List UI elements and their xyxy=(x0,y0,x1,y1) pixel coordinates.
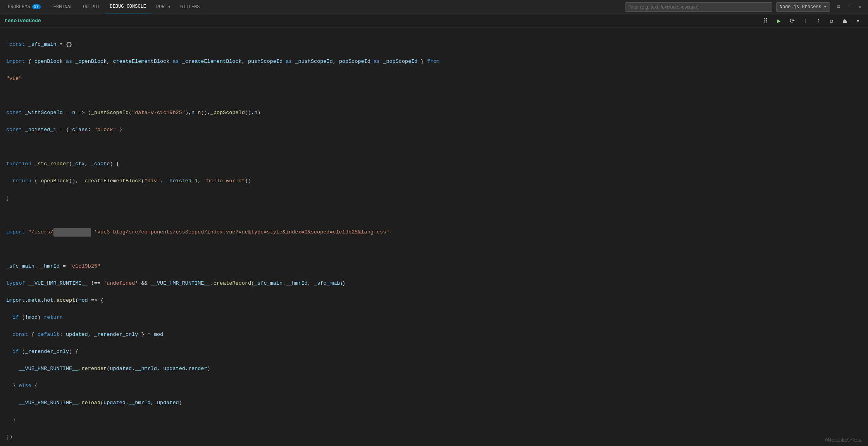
close-panel-icon[interactable]: ✕ xyxy=(856,2,865,12)
filter-input-wrap xyxy=(625,2,772,12)
resolved-label: resolvedCode xyxy=(5,18,41,24)
debug-toolbar: resolvedCode ⠿ ▶ ⟳ ↓ ↑ ↺ ⏏ ▾ xyxy=(0,14,868,28)
tab-gitlens[interactable]: GITLENS xyxy=(176,0,204,14)
tab-problems[interactable]: PROBLEMS 57 xyxy=(3,0,45,14)
tab-icons: ≡ ⌃ ✕ xyxy=(834,2,865,12)
tab-gitlens-label: GITLENS xyxy=(180,4,200,10)
step-into-btn[interactable]: ↓ xyxy=(800,16,811,26)
code-line-4: const _withScopeId = n => (_pushScopeId(… xyxy=(6,109,862,117)
code-line-15: if (_rerender_only) { xyxy=(6,347,862,356)
tab-ports-label: PORTS xyxy=(156,4,170,10)
step-out-btn[interactable]: ↑ xyxy=(813,16,824,26)
more-actions-btn[interactable]: ▾ xyxy=(852,16,863,26)
code-line-13: if (!mod) return xyxy=(6,313,862,322)
chevron-down-icon: ▾ xyxy=(824,4,827,10)
tab-bar: PROBLEMS 57 TERMINAL OUTPUT DEBUG CONSOL… xyxy=(0,0,868,14)
code-line-empty-4 xyxy=(6,245,862,254)
code-line-19: } xyxy=(6,416,862,424)
code-line-17: } else { xyxy=(6,382,862,390)
code-line-empty-2 xyxy=(6,143,862,151)
continue-btn[interactable]: ▶ xyxy=(773,16,784,26)
filter-input[interactable] xyxy=(629,4,769,10)
tab-output[interactable]: OUTPUT xyxy=(78,0,104,14)
tab-terminal[interactable]: TERMINAL xyxy=(46,0,78,14)
code-line-5: const _hoisted_1 = { class: "block" } xyxy=(6,126,862,134)
tab-debug-console[interactable]: DEBUG CONSOLE xyxy=(105,0,151,14)
tab-output-label: OUTPUT xyxy=(83,4,100,10)
code-line-16: __VUE_HMR_RUNTIME__.rerender(updated.__h… xyxy=(6,365,862,373)
code-line-empty-3 xyxy=(6,211,862,220)
code-line-1: `const _sfc_main = {} xyxy=(6,40,862,49)
code-line-9: import "/Users/████████████ 'vue3-blog/s… xyxy=(6,228,862,237)
restart-btn[interactable]: ↺ xyxy=(826,16,837,26)
process-select[interactable]: Node.js Process ▾ xyxy=(776,2,830,12)
code-line-2: import { openBlock as _openBlock, create… xyxy=(6,57,862,66)
code-line-8: } xyxy=(6,194,862,202)
process-select-label: Node.js Process xyxy=(780,4,822,10)
step-over-btn[interactable]: ⟳ xyxy=(787,16,797,26)
word-wrap-icon[interactable]: ≡ xyxy=(834,2,843,12)
watermark: @稀土掘金技术社区 xyxy=(825,437,862,443)
code-line-3: "vue" xyxy=(6,74,862,83)
problems-badge: 57 xyxy=(32,4,41,9)
tab-debug-console-label: DEBUG CONSOLE xyxy=(110,4,146,9)
collapse-icon[interactable]: ⌃ xyxy=(845,2,854,12)
grid-btn[interactable]: ⠿ xyxy=(760,16,771,26)
code-line-14: const { default: updated, _rerender_only… xyxy=(6,330,862,339)
tab-ports[interactable]: PORTS xyxy=(152,0,175,14)
tab-problems-label: PROBLEMS xyxy=(8,4,30,10)
disconnect-btn[interactable]: ⏏ xyxy=(839,16,850,26)
code-line-6: function _sfc_render(_ctx, _cache) { xyxy=(6,160,862,168)
code-line-7: return (_openBlock(), _createElementBloc… xyxy=(6,177,862,185)
code-area[interactable]: `const _sfc_main = {} import { openBlock… xyxy=(0,28,868,446)
code-line-10: _sfc_main.__hmrId = "c1c19b25" xyxy=(6,262,862,271)
code-line-12: import.meta.hot.accept(mod => { xyxy=(6,296,862,305)
code-line-18: __VUE_HMR_RUNTIME__.reload(updated.__hmr… xyxy=(6,399,862,407)
watermark-text: @稀土掘金技术社区 xyxy=(825,438,862,443)
tab-terminal-label: TERMINAL xyxy=(51,4,73,10)
code-line-empty-1 xyxy=(6,92,862,100)
code-line-20: }) xyxy=(6,433,862,441)
code-line-11: typeof __VUE_HMR_RUNTIME__ !== 'undefine… xyxy=(6,279,862,288)
